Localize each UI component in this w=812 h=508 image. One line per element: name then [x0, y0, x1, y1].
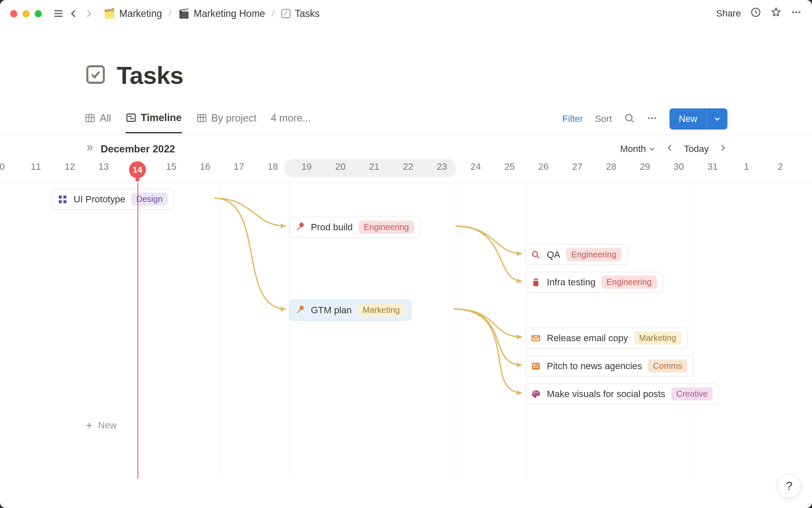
traffic-minimize[interactable] [22, 10, 30, 17]
view-tab-label: By project [211, 112, 257, 124]
timeline-date[interactable]: 3 [797, 161, 812, 172]
svg-rect-4 [88, 66, 104, 83]
new-button[interactable]: New [669, 108, 727, 130]
window-traffic-lights[interactable] [10, 10, 42, 17]
hamburger-icon[interactable] [52, 7, 65, 20]
timeline-date[interactable]: 17 [222, 161, 256, 172]
svg-point-26 [533, 392, 535, 394]
timeline-date[interactable]: 26 [527, 161, 560, 172]
timeline-date[interactable]: 31 [696, 161, 730, 172]
view-tab-all[interactable]: All [85, 112, 111, 133]
timeline-today-button[interactable]: Today [684, 144, 709, 155]
expand-sidebar-icon[interactable] [85, 143, 95, 155]
task-tag: Engineering [359, 221, 414, 234]
sort-button[interactable]: Sort [595, 113, 612, 124]
envelope-icon [531, 333, 541, 343]
help-button[interactable]: ? [777, 474, 801, 498]
breadcrumb-separator: / [169, 8, 171, 19]
timeline-date[interactable]: 15 [154, 161, 188, 172]
timeline-date[interactable]: 18 [256, 161, 290, 172]
timeline-date[interactable]: 24 [459, 161, 493, 172]
task-release-email[interactable]: Release email copy Marketing [525, 328, 688, 348]
task-gtm-plan[interactable]: GTM plan Marketing [289, 300, 411, 320]
svg-point-2 [796, 11, 797, 13]
view-tab-more[interactable]: 4 more... [271, 112, 311, 133]
task-prod-build[interactable]: Prod build Engineering [289, 217, 420, 237]
svg-rect-7 [198, 114, 206, 121]
svg-point-9 [648, 117, 650, 119]
clock-icon[interactable] [750, 7, 761, 20]
task-tag: Engineering [566, 248, 622, 261]
timeline-prev-icon[interactable] [665, 143, 675, 155]
svg-rect-25 [533, 364, 535, 366]
timeline-date[interactable]: 0 [0, 161, 19, 172]
timeline-date[interactable]: 22 [391, 161, 425, 172]
nav-forward-icon[interactable] [82, 7, 95, 20]
svg-marker-18 [517, 390, 522, 395]
timeline-date[interactable]: 20 [324, 161, 357, 172]
view-tab-label: All [100, 112, 111, 124]
svg-point-27 [535, 391, 536, 392]
task-qa[interactable]: QA Engineering [525, 244, 628, 265]
breadcrumb-tasks[interactable]: Tasks [279, 6, 322, 21]
share-button[interactable]: Share [716, 8, 741, 19]
timeline-date[interactable]: 1 [730, 161, 763, 172]
timeline-date[interactable]: 14 [129, 161, 146, 178]
more-icon[interactable] [791, 7, 802, 20]
timeline-date[interactable]: 13 [87, 161, 121, 172]
star-icon[interactable] [771, 7, 782, 20]
task-visuals[interactable]: Make visuals for social posts Creative [525, 384, 719, 404]
task-title: GTM plan [311, 305, 352, 316]
breadcrumb-label: Marketing Home [194, 8, 265, 19]
breadcrumb-separator: / [272, 8, 274, 19]
palette-icon [531, 389, 541, 399]
task-infra[interactable]: Infra testing Engineering [525, 272, 663, 293]
timeline-date[interactable]: 11 [19, 161, 53, 172]
grid-icon [58, 194, 68, 204]
timeline-date[interactable]: 23 [425, 161, 459, 172]
timeline-next-icon[interactable] [718, 143, 727, 155]
breadcrumb-marketing-home[interactable]: 🎬 Marketing Home [176, 6, 268, 21]
timeline-date[interactable]: 2 [763, 161, 797, 172]
nav-back-icon[interactable] [67, 7, 80, 20]
task-title: Make visuals for social posts [547, 389, 665, 400]
svg-marker-15 [281, 306, 286, 312]
svg-marker-14 [517, 279, 522, 284]
timeline-date[interactable]: 29 [628, 161, 662, 172]
timeline-body[interactable]: UI Prototype Design Prod build Engineeri… [0, 182, 812, 479]
more-options-icon[interactable] [647, 113, 658, 125]
task-ui-prototype[interactable]: UI Prototype Design [52, 189, 174, 210]
wrench-icon [295, 222, 305, 232]
timeline-gridline [693, 183, 693, 479]
breadcrumb-marketing[interactable]: 🗂️ Marketing [101, 6, 165, 21]
timeline-date[interactable]: 25 [493, 161, 527, 172]
view-tab-label: Timeline [141, 112, 182, 124]
new-button-label: New [669, 108, 707, 130]
traffic-zoom[interactable] [35, 10, 42, 17]
search-icon[interactable] [624, 113, 635, 125]
task-pitch[interactable]: Pitch to news agencies Comms [525, 356, 694, 376]
timeline-date[interactable]: 12 [53, 161, 87, 172]
view-tab-timeline[interactable]: Timeline [126, 112, 182, 133]
traffic-close[interactable] [10, 10, 17, 17]
timeline-today-line [137, 183, 138, 479]
task-title: Release email copy [547, 333, 628, 344]
svg-rect-20 [63, 196, 66, 199]
filter-button[interactable]: Filter [562, 113, 583, 124]
task-tag: Marketing [358, 304, 405, 317]
wrench-icon [295, 305, 305, 315]
timeline-date[interactable]: 28 [594, 161, 628, 172]
timeline-date[interactable]: 27 [560, 161, 594, 172]
timeline-date[interactable]: 16 [188, 161, 222, 172]
view-tab-by-project[interactable]: By project [196, 112, 257, 133]
svg-rect-24 [532, 363, 540, 370]
svg-marker-12 [281, 224, 286, 229]
timeline-add-new[interactable]: New [85, 420, 117, 431]
timeline-date[interactable]: 30 [662, 161, 696, 172]
timeline-date[interactable]: 21 [357, 161, 391, 172]
timeline-scale-select[interactable]: Month [620, 144, 656, 155]
new-button-dropdown[interactable] [707, 108, 727, 130]
timeline-date[interactable]: 19 [290, 161, 324, 172]
timeline-scale-label: Month [620, 144, 646, 155]
timeline-gridline [219, 183, 219, 479]
